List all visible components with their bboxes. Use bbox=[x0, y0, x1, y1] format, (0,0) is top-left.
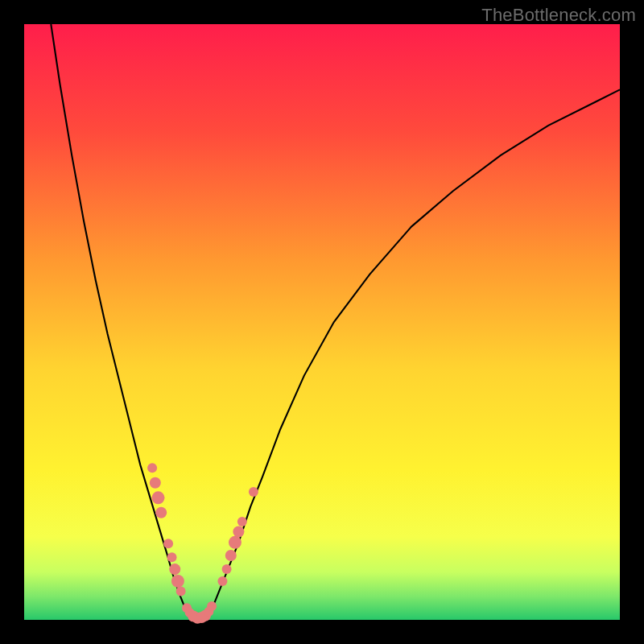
sample-point bbox=[225, 550, 237, 561]
sample-point bbox=[229, 536, 242, 549]
sample-point bbox=[217, 576, 227, 586]
sample-point bbox=[147, 463, 157, 473]
bottleneck-curve bbox=[51, 24, 620, 619]
sample-point bbox=[171, 575, 184, 588]
sample-point bbox=[249, 487, 258, 497]
sample-point bbox=[150, 477, 161, 489]
sample-point bbox=[222, 564, 232, 574]
sample-point bbox=[155, 507, 167, 518]
sample-point bbox=[207, 601, 217, 611]
sample-point bbox=[176, 586, 186, 596]
curve-layer bbox=[24, 24, 620, 620]
sample-point bbox=[152, 491, 165, 504]
sample-point bbox=[167, 552, 177, 562]
sample-point bbox=[163, 539, 173, 548]
chart-frame: TheBottleneck.com bbox=[0, 0, 644, 644]
sample-point bbox=[233, 526, 244, 537]
sample-point bbox=[237, 517, 247, 526]
sample-point bbox=[169, 564, 180, 575]
marker-group bbox=[147, 463, 258, 624]
watermark-text: TheBottleneck.com bbox=[481, 5, 636, 26]
